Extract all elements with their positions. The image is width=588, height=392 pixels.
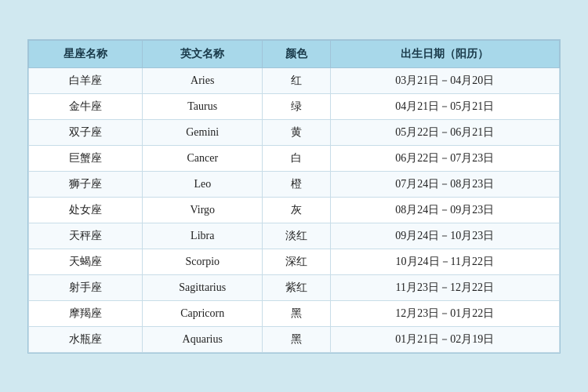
cell-dates: 05月22日－06月21日 xyxy=(330,119,559,145)
zodiac-table-wrapper: 星座名称 英文名称 颜色 出生日期（阳历） 白羊座Aries红03月21日－04… xyxy=(27,39,561,354)
cell-color: 灰 xyxy=(263,197,330,223)
table-body: 白羊座Aries红03月21日－04月20日金牛座Taurus绿04月21日－0… xyxy=(29,67,560,352)
col-header-chinese: 星座名称 xyxy=(29,40,143,67)
table-row: 处女座Virgo灰08月24日－09月23日 xyxy=(29,197,560,223)
cell-color: 白 xyxy=(263,145,330,171)
table-row: 巨蟹座Cancer白06月22日－07月23日 xyxy=(29,145,560,171)
cell-color: 黑 xyxy=(263,326,330,352)
cell-chinese: 天秤座 xyxy=(29,223,143,249)
cell-chinese: 双子座 xyxy=(29,119,143,145)
cell-chinese: 摩羯座 xyxy=(29,300,143,326)
zodiac-table: 星座名称 英文名称 颜色 出生日期（阳历） 白羊座Aries红03月21日－04… xyxy=(28,40,560,353)
cell-english: Gemini xyxy=(143,119,263,145)
cell-english: Aries xyxy=(143,67,263,93)
table-row: 天秤座Libra淡红09月24日－10月23日 xyxy=(29,223,560,249)
col-header-color: 颜色 xyxy=(263,40,330,67)
cell-color: 黄 xyxy=(263,119,330,145)
cell-dates: 07月24日－08月23日 xyxy=(330,171,559,197)
cell-english: Scorpio xyxy=(143,249,263,274)
cell-dates: 04月21日－05月21日 xyxy=(330,93,559,119)
cell-english: Libra xyxy=(143,223,263,249)
cell-chinese: 巨蟹座 xyxy=(29,145,143,171)
cell-english: Virgo xyxy=(143,197,263,223)
cell-dates: 03月21日－04月20日 xyxy=(330,67,559,93)
table-row: 金牛座Taurus绿04月21日－05月21日 xyxy=(29,93,560,119)
cell-dates: 12月23日－01月22日 xyxy=(330,300,559,326)
cell-chinese: 白羊座 xyxy=(29,67,143,93)
cell-chinese: 水瓶座 xyxy=(29,326,143,352)
cell-english: Cancer xyxy=(143,145,263,171)
table-header-row: 星座名称 英文名称 颜色 出生日期（阳历） xyxy=(29,40,560,67)
cell-chinese: 处女座 xyxy=(29,197,143,223)
cell-color: 紫红 xyxy=(263,274,330,300)
table-row: 摩羯座Capricorn黑12月23日－01月22日 xyxy=(29,300,560,326)
cell-english: Leo xyxy=(143,171,263,197)
cell-dates: 10月24日－11月22日 xyxy=(330,249,559,274)
cell-chinese: 狮子座 xyxy=(29,171,143,197)
cell-english: Taurus xyxy=(143,93,263,119)
table-row: 双子座Gemini黄05月22日－06月21日 xyxy=(29,119,560,145)
table-row: 狮子座Leo橙07月24日－08月23日 xyxy=(29,171,560,197)
cell-color: 绿 xyxy=(263,93,330,119)
table-row: 白羊座Aries红03月21日－04月20日 xyxy=(29,67,560,93)
cell-chinese: 射手座 xyxy=(29,274,143,300)
cell-dates: 11月23日－12月22日 xyxy=(330,274,559,300)
cell-color: 黑 xyxy=(263,300,330,326)
cell-chinese: 金牛座 xyxy=(29,93,143,119)
col-header-dates: 出生日期（阳历） xyxy=(330,40,559,67)
cell-english: Sagittarius xyxy=(143,274,263,300)
cell-dates: 09月24日－10月23日 xyxy=(330,223,559,249)
cell-english: Capricorn xyxy=(143,300,263,326)
cell-dates: 01月21日－02月19日 xyxy=(330,326,559,352)
table-row: 水瓶座Aquarius黑01月21日－02月19日 xyxy=(29,326,560,352)
cell-english: Aquarius xyxy=(143,326,263,352)
cell-dates: 06月22日－07月23日 xyxy=(330,145,559,171)
table-row: 射手座Sagittarius紫红11月23日－12月22日 xyxy=(29,274,560,300)
cell-chinese: 天蝎座 xyxy=(29,249,143,274)
cell-color: 橙 xyxy=(263,171,330,197)
cell-color: 红 xyxy=(263,67,330,93)
cell-color: 淡红 xyxy=(263,223,330,249)
col-header-english: 英文名称 xyxy=(143,40,263,67)
cell-dates: 08月24日－09月23日 xyxy=(330,197,559,223)
cell-color: 深红 xyxy=(263,249,330,274)
table-row: 天蝎座Scorpio深红10月24日－11月22日 xyxy=(29,249,560,274)
